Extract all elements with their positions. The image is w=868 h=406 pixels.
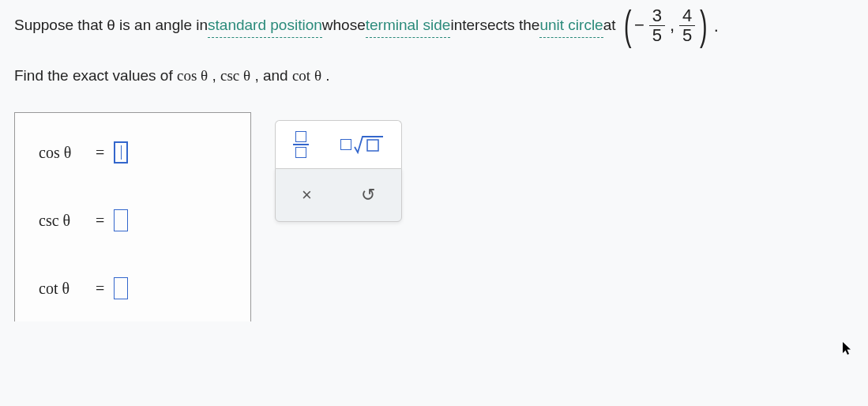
svg-rect-0 [367,140,378,151]
statement-text: Suppose that θ is an angle in [14,13,208,37]
tool-fraction-button[interactable] [293,130,309,159]
sqrt-coef-box [340,139,351,150]
close-button[interactable]: × [295,182,318,209]
statement-text: whose [322,13,366,37]
input-csc[interactable] [114,209,128,231]
input-cot[interactable] [114,277,128,299]
numerator: 4 [679,6,695,25]
term-terminal-side[interactable]: terminal side [366,13,451,38]
math-toolbox: × ↺ [275,120,402,222]
answer-panel: cos θ = csc θ = cot θ = [14,112,251,321]
fraction-x: 3 5 [649,6,665,45]
undo-icon: ↺ [361,185,375,205]
statement-text: intersects the [450,13,539,37]
answer-row-csc: csc θ = [39,209,227,231]
fraction-icon-bar [293,144,309,145]
separator: , [212,67,220,84]
fraction-icon-bottom [295,147,306,158]
denominator: 5 [649,25,665,45]
tool-sqrt-button[interactable] [340,135,384,154]
label-csc: csc θ [39,212,86,230]
denominator: 5 [679,25,695,45]
toolbox-actions-row: × ↺ [275,168,402,222]
toolbox-tools-row [275,120,402,168]
term-unit-circle[interactable]: unit circle [539,13,603,38]
func-csc: csc θ [220,67,250,84]
fraction-y: 4 5 [679,6,695,45]
problem-statement: Suppose that θ is an angle in standard p… [14,6,854,45]
sqrt-icon [354,135,384,154]
statement-text: at [603,13,616,37]
equals-sign: = [96,280,104,298]
numerator: 3 [649,6,665,25]
minus-sign: − [634,11,644,39]
label-cos: cos θ [39,144,86,162]
coordinate-point: ( − 3 5 , 4 5 ) [621,6,711,45]
paren-left: ( [623,9,631,43]
equals-sign: = [96,212,104,230]
period: . [714,12,719,39]
find-instruction: Find the exact values of cos θ , csc θ ,… [14,67,854,85]
label-cot: cot θ [39,280,86,298]
comma: , [670,11,674,39]
input-cos[interactable] [114,141,128,164]
func-cot: cot θ [292,67,321,84]
term-standard-position[interactable]: standard position [208,13,322,38]
fraction-icon-top [295,131,306,142]
paren-right: ) [700,9,708,43]
answer-row-cos: cos θ = [39,141,227,164]
equals-sign: = [96,144,104,162]
find-prefix: Find the exact values of [14,67,177,84]
cursor-icon [841,340,854,360]
undo-button[interactable]: ↺ [355,182,381,209]
separator: , and [254,67,292,84]
close-icon: × [302,185,312,205]
func-cos: cos θ [177,67,208,84]
answer-row-cot: cot θ = [39,277,227,299]
find-suffix: . [325,67,329,84]
